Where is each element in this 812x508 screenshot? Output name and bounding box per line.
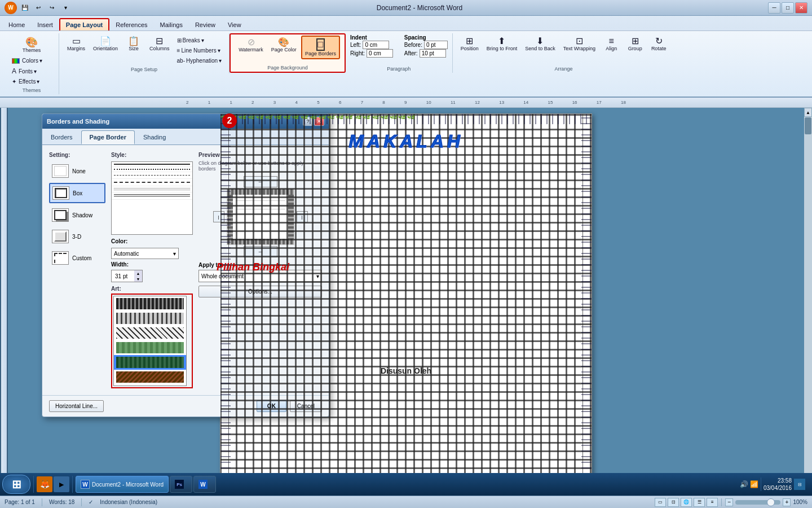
ok-btn[interactable]: OK bbox=[257, 400, 286, 412]
style-double[interactable] bbox=[112, 192, 192, 200]
outline-btn[interactable]: ☰ bbox=[694, 498, 705, 507]
maximize-btn[interactable]: □ bbox=[782, 2, 794, 14]
themes-btn[interactable]: 🎨 Themes bbox=[9, 34, 54, 56]
start-button[interactable]: ⊞ bbox=[2, 475, 30, 494]
page-background-label: Page Background bbox=[235, 65, 340, 71]
scroll-up-btn[interactable]: ▲ bbox=[804, 108, 812, 117]
setting-column: Setting: None Box bbox=[49, 152, 105, 388]
full-read-btn[interactable]: ⊡ bbox=[668, 498, 679, 507]
web-layout-btn[interactable]: 🌐 bbox=[681, 498, 692, 507]
art-item-2[interactable] bbox=[114, 311, 186, 326]
text-wrap-btn[interactable]: ⊡ Text Wrapping bbox=[560, 34, 599, 54]
setting-box[interactable]: Box bbox=[49, 183, 105, 203]
effects-btn[interactable]: ✦ Effects▾ bbox=[9, 77, 54, 86]
save-qat-btn[interactable]: 💾 bbox=[19, 2, 30, 14]
taskbar-word2-item[interactable]: W bbox=[193, 476, 216, 493]
align-btn[interactable]: ≡ Align bbox=[600, 34, 623, 54]
zoom-out-btn[interactable]: − bbox=[725, 498, 733, 506]
fonts-btn[interactable]: A Fonts▾ bbox=[9, 65, 54, 77]
setting-custom[interactable]: Custom bbox=[49, 248, 105, 268]
tab-mailings[interactable]: Mailings bbox=[154, 19, 189, 30]
watermark-btn[interactable]: ⊘ Watermark bbox=[235, 36, 267, 55]
size-btn[interactable]: 📋 Size bbox=[122, 34, 145, 54]
setting-3d[interactable]: 3-D bbox=[49, 227, 105, 246]
indent-right-input[interactable]: 0 cm bbox=[367, 49, 393, 58]
group-btn[interactable]: ⊞ Group bbox=[624, 34, 646, 54]
style-dashed1[interactable] bbox=[112, 172, 192, 179]
style-solid[interactable] bbox=[112, 162, 192, 167]
right-scrollbar[interactable]: ▲ ▼ bbox=[804, 108, 812, 491]
spacing-before-input[interactable]: 0 pt bbox=[424, 41, 448, 49]
style-dashed2[interactable] bbox=[112, 179, 192, 186]
position-icon: ⊞ bbox=[466, 37, 473, 46]
art-item-1[interactable] bbox=[114, 296, 186, 311]
columns-btn[interactable]: ⊟ Columns bbox=[146, 34, 173, 54]
tab-home[interactable]: Home bbox=[2, 19, 31, 30]
line-numbers-btn[interactable]: ≡ Line Numbers▾ bbox=[174, 46, 225, 55]
art-list[interactable] bbox=[113, 296, 187, 386]
width-up-btn[interactable]: ▲ bbox=[134, 270, 142, 276]
breaks-btn[interactable]: ⊞ Breaks▾ bbox=[174, 36, 225, 45]
bring-front-btn[interactable]: ⬆ Bring to Front bbox=[483, 34, 521, 54]
system-tray: 🔊 📶 23:58 03/04/2016 ⊟ bbox=[735, 477, 810, 492]
page-color-icon: 🎨 bbox=[278, 38, 289, 47]
width-down-btn[interactable]: ▼ bbox=[134, 276, 142, 282]
taskbar-media-btn[interactable]: ▶ bbox=[54, 476, 69, 492]
minimize-btn[interactable]: ─ bbox=[768, 2, 780, 14]
tab-review[interactable]: Review bbox=[189, 19, 222, 30]
page-borders-btn[interactable]: □ Page Borders bbox=[301, 36, 340, 59]
color-select[interactable]: Automatic ▾ bbox=[111, 248, 179, 259]
qat-dropdown[interactable]: ▾ bbox=[60, 2, 71, 14]
zoom-slider[interactable] bbox=[735, 500, 780, 505]
spacing-after-input[interactable]: 10 pt bbox=[420, 49, 446, 58]
tab-references[interactable]: References bbox=[109, 19, 153, 30]
indent-left-input[interactable]: 0 cm bbox=[363, 41, 389, 49]
taskbar-ie-btn[interactable]: 🦊 bbox=[37, 476, 52, 492]
art-item-4[interactable] bbox=[114, 340, 186, 355]
style-list[interactable] bbox=[111, 161, 193, 235]
word-count: Words: 18 bbox=[49, 499, 74, 505]
scrollbar-thumb[interactable] bbox=[805, 117, 811, 134]
art-item-7[interactable] bbox=[114, 384, 186, 386]
tab-insert[interactable]: Insert bbox=[31, 19, 59, 30]
cancel-btn[interactable]: Cancel bbox=[290, 400, 322, 412]
send-back-btn[interactable]: ⬇ Send to Back bbox=[522, 34, 559, 54]
scrollbar-track[interactable] bbox=[804, 117, 812, 481]
language-indicator: ✓ bbox=[89, 499, 93, 505]
dialog-tab-borders[interactable]: Borders bbox=[42, 130, 81, 144]
colors-btn[interactable]: Colors▾ bbox=[9, 56, 54, 65]
tab-view[interactable]: View bbox=[222, 19, 248, 30]
redo-btn[interactable]: ↪ bbox=[46, 2, 58, 14]
art-item-5-selected[interactable] bbox=[114, 355, 186, 370]
horizontal-line-btn[interactable]: Horizontal Line... bbox=[49, 400, 104, 412]
print-layout-btn[interactable]: ▭ bbox=[655, 498, 666, 507]
orientation-btn[interactable]: 📄 Orientation bbox=[90, 34, 121, 54]
zoom-in-btn[interactable]: + bbox=[783, 498, 791, 506]
undo-btn[interactable]: ↩ bbox=[33, 2, 44, 14]
setting-shadow[interactable]: Shadow bbox=[49, 205, 105, 225]
style-dotted[interactable] bbox=[112, 167, 192, 172]
horizontal-ruler: 21123456789101112131415161718 bbox=[0, 98, 812, 108]
show-desktop-btn[interactable]: ⊟ bbox=[794, 479, 805, 490]
dialog-tab-page-border[interactable]: Page Border bbox=[81, 130, 135, 144]
taskbar-ps-item[interactable]: Ps bbox=[170, 476, 192, 493]
setting-none-icon bbox=[52, 164, 69, 178]
style-dashed3[interactable] bbox=[112, 186, 192, 192]
tab-page-layout[interactable]: Page Layout bbox=[59, 18, 109, 30]
clock-time: 23:58 bbox=[764, 477, 792, 484]
setting-none[interactable]: None bbox=[49, 161, 105, 181]
margins-btn[interactable]: ▭ Margins bbox=[64, 34, 89, 54]
group-icon: ⊞ bbox=[632, 37, 639, 46]
close-btn[interactable]: ✕ bbox=[795, 2, 807, 14]
status-right: ▭ ⊡ 🌐 ☰ ≡ − + 100% bbox=[655, 498, 807, 507]
art-item-6[interactable] bbox=[114, 370, 186, 384]
art-section-highlighted bbox=[111, 294, 193, 388]
art-item-3[interactable] bbox=[114, 326, 186, 340]
rotate-btn[interactable]: ↻ Rotate bbox=[647, 34, 670, 54]
hyphenation-btn[interactable]: ab- Hyphenation▾ bbox=[174, 56, 225, 65]
taskbar-word-item[interactable]: W Document2 - Microsoft Word bbox=[76, 476, 169, 493]
position-btn[interactable]: ⊞ Position bbox=[457, 34, 482, 54]
draft-btn[interactable]: ≡ bbox=[707, 498, 718, 507]
dialog-tab-shading[interactable]: Shading bbox=[135, 130, 174, 144]
page-color-btn[interactable]: 🎨 Page Color bbox=[268, 36, 300, 55]
